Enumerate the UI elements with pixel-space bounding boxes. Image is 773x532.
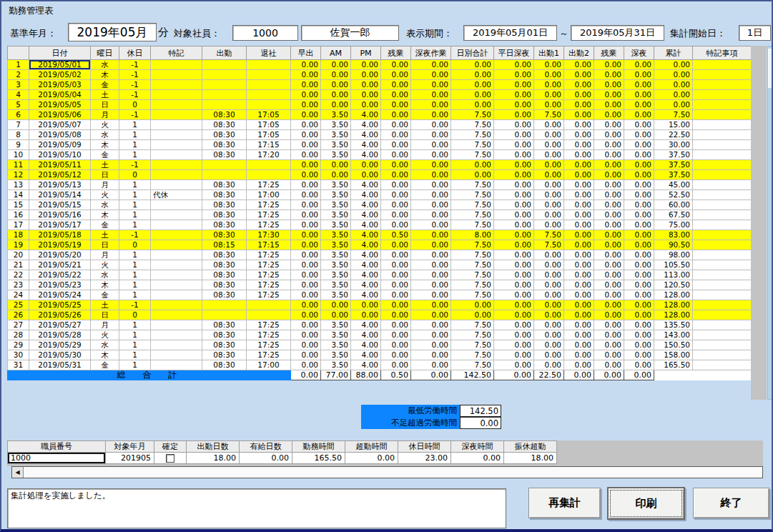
value-cell[interactable]: 0.00 (291, 350, 321, 360)
value-cell[interactable]: 0.00 (411, 80, 451, 90)
value-cell[interactable]: 0.00 (534, 150, 564, 160)
value-cell[interactable]: 0.00 (534, 360, 564, 370)
remark-cell[interactable] (693, 90, 752, 100)
remark-cell[interactable] (693, 160, 752, 170)
clock-in-cell[interactable]: 08:30 (202, 290, 247, 300)
weekday-cell[interactable]: 月 (91, 180, 119, 190)
value-cell[interactable]: 0.00 (411, 230, 451, 240)
value-cell[interactable]: 3.50 (321, 230, 351, 240)
value-cell[interactable]: 7.50 (451, 130, 494, 140)
value-cell[interactable]: 0.00 (534, 90, 564, 100)
stats-value-cell[interactable]: 0.00 (345, 453, 398, 464)
value-cell[interactable]: 0.00 (594, 330, 624, 340)
date-cell[interactable]: 2019/05/10 (29, 150, 91, 160)
remark-cell[interactable] (693, 340, 752, 350)
value-cell[interactable]: 0.00 (411, 330, 451, 340)
date-cell[interactable]: 2019/05/31 (29, 360, 91, 370)
value-cell[interactable]: 0.00 (351, 90, 381, 100)
value-cell[interactable]: 0.00 (624, 240, 654, 250)
value-cell[interactable]: 4.00 (351, 250, 381, 260)
value-cell[interactable]: 105.50 (654, 260, 693, 270)
row-number[interactable]: 28 (8, 330, 29, 340)
value-cell[interactable]: 0.00 (594, 240, 624, 250)
value-cell[interactable]: 98.00 (654, 250, 693, 260)
row-number[interactable]: 2 (8, 70, 29, 80)
value-cell[interactable]: 0.00 (534, 350, 564, 360)
value-cell[interactable]: 4.00 (351, 360, 381, 370)
value-cell[interactable]: 0.00 (494, 220, 534, 230)
value-cell[interactable]: 0.00 (564, 230, 594, 240)
clock-in-cell[interactable]: 08:30 (202, 130, 247, 140)
value-cell[interactable]: 0.00 (411, 260, 451, 270)
weekday-cell[interactable]: 土 (91, 300, 119, 310)
note-cell[interactable] (151, 80, 202, 90)
recalculate-button[interactable]: 再集計 (528, 488, 601, 518)
value-cell[interactable]: 0.00 (564, 320, 594, 330)
value-cell[interactable]: 0.00 (624, 340, 654, 350)
row-number[interactable]: 21 (8, 260, 29, 270)
value-cell[interactable]: 0.00 (321, 170, 351, 180)
value-cell[interactable]: 0.00 (451, 160, 494, 170)
clock-in-cell[interactable] (202, 90, 247, 100)
clock-in-cell[interactable]: 08:30 (202, 150, 247, 160)
value-cell[interactable]: 3.50 (321, 270, 351, 280)
value-cell[interactable]: 0.00 (494, 360, 534, 370)
value-cell[interactable]: 0.00 (291, 230, 321, 240)
clock-in-cell[interactable] (202, 60, 247, 70)
base-month-field[interactable]: 2019年05月 (68, 23, 157, 41)
weekday-cell[interactable]: 土 (91, 160, 119, 170)
value-cell[interactable]: 0.00 (291, 60, 321, 70)
value-cell[interactable]: 0.00 (411, 220, 451, 230)
value-cell[interactable]: 7.50 (451, 360, 494, 370)
remark-cell[interactable] (693, 130, 752, 140)
value-cell[interactable]: 135.50 (654, 320, 693, 330)
value-cell[interactable]: 0.00 (411, 120, 451, 130)
note-cell[interactable] (151, 240, 202, 250)
value-cell[interactable]: 128.00 (654, 290, 693, 300)
value-cell[interactable]: 128.00 (654, 310, 693, 320)
value-cell[interactable]: 0.00 (624, 120, 654, 130)
clock-out-cell[interactable] (247, 60, 291, 70)
clock-out-cell[interactable] (247, 310, 291, 320)
value-cell[interactable]: 0.00 (564, 220, 594, 230)
value-cell[interactable]: 0.00 (564, 270, 594, 280)
stats-target-month[interactable]: 201905 (106, 453, 154, 464)
value-cell[interactable]: 0.00 (564, 70, 594, 80)
value-cell[interactable]: 0.00 (451, 310, 494, 320)
value-cell[interactable]: 0.00 (351, 80, 381, 90)
value-cell[interactable]: 0.00 (594, 230, 624, 240)
value-cell[interactable]: 0.00 (624, 170, 654, 180)
value-cell[interactable]: 0.00 (624, 350, 654, 360)
value-cell[interactable]: 0.00 (494, 100, 534, 110)
value-cell[interactable]: 0.00 (534, 170, 564, 180)
date-cell[interactable]: 2019/05/13 (29, 180, 91, 190)
vertical-scrollbar-thumb[interactable] (768, 49, 772, 88)
stats-employee-id[interactable]: 1000 (8, 453, 106, 464)
weekday-cell[interactable]: 日 (91, 170, 119, 180)
value-cell[interactable]: 0.00 (564, 110, 594, 120)
remark-cell[interactable] (693, 330, 752, 340)
value-cell[interactable]: 0.00 (291, 310, 321, 320)
value-cell[interactable]: 90.50 (654, 240, 693, 250)
value-cell[interactable]: 0.00 (564, 200, 594, 210)
clock-out-cell[interactable]: 17:25 (247, 210, 291, 220)
value-cell[interactable]: 0.00 (351, 170, 381, 180)
remark-cell[interactable] (693, 260, 752, 270)
value-cell[interactable]: 0.00 (411, 270, 451, 280)
value-cell[interactable]: 0.00 (594, 170, 624, 180)
clock-out-cell[interactable]: 17:25 (247, 320, 291, 330)
value-cell[interactable]: 7.50 (451, 290, 494, 300)
clock-in-cell[interactable]: 08:30 (202, 250, 247, 260)
holiday-cell[interactable]: 1 (119, 200, 151, 210)
value-cell[interactable]: 22.50 (654, 130, 693, 140)
weekday-cell[interactable]: 土 (91, 90, 119, 100)
clock-out-cell[interactable]: 17:15 (247, 140, 291, 150)
value-cell[interactable]: 0.00 (534, 340, 564, 350)
value-cell[interactable]: 0.00 (494, 180, 534, 190)
date-cell[interactable]: 2019/05/01 (29, 60, 91, 70)
value-cell[interactable]: 0.00 (624, 330, 654, 340)
value-cell[interactable]: 0.00 (594, 140, 624, 150)
value-cell[interactable]: 0.00 (624, 310, 654, 320)
value-cell[interactable]: 0.00 (624, 130, 654, 140)
value-cell[interactable]: 52.50 (654, 190, 693, 200)
